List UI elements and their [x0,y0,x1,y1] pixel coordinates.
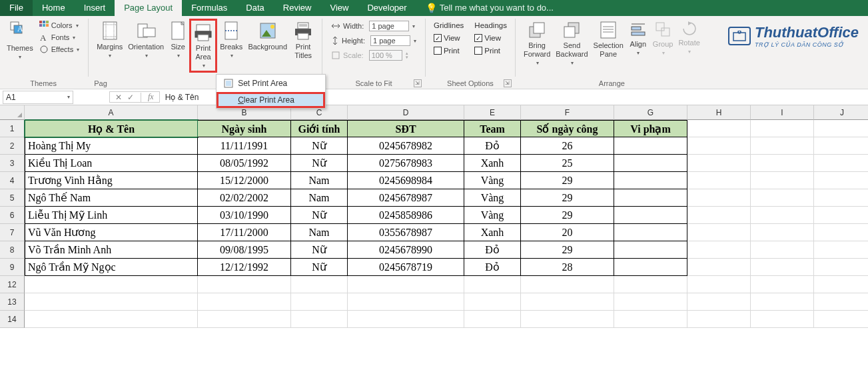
background-button[interactable]: Background [245,19,290,53]
cell[interactable] [751,172,814,189]
cell[interactable] [614,224,687,241]
cell[interactable] [687,241,751,259]
tell-me-search[interactable]: 💡Tell me what you want to do... [416,0,563,16]
cell[interactable] [687,155,751,172]
cell[interactable]: 0245678987 [348,189,464,207]
row-header-9[interactable]: 9 [0,259,25,276]
cell[interactable] [291,293,348,311]
cell[interactable]: 08/05/1992 [198,155,291,172]
cell[interactable] [614,259,687,276]
cell[interactable] [751,207,814,224]
cell[interactable] [751,276,814,293]
cell[interactable] [751,259,814,276]
bring-forward-button[interactable]: Bring Forward▾ [521,19,553,69]
scale-dialog-launcher[interactable]: ⇲ [414,79,422,87]
cell[interactable]: 09/08/1995 [198,241,291,259]
column-header-F[interactable]: F [521,105,614,120]
column-header-A[interactable]: A [25,105,198,120]
cell[interactable]: 28 [521,259,614,276]
row-header-7[interactable]: 7 [0,224,25,241]
size-button[interactable]: Size▾ [167,19,189,61]
column-header-G[interactable]: G [614,105,687,120]
cell[interactable] [751,189,814,207]
row-header-13[interactable]: 13 [0,293,25,311]
row-header-4[interactable]: 4 [0,172,25,189]
cell[interactable]: Ngô Trần Mỹ Ngọc [25,259,198,276]
cell[interactable]: 02/02/2002 [198,189,291,207]
row-header-12[interactable]: 12 [0,276,25,293]
row-header-8[interactable]: 8 [0,241,25,259]
cell[interactable] [614,207,687,224]
cell[interactable]: 0245678719 [348,259,464,276]
menu-set-print-area[interactable]: Set Print Area [217,75,325,92]
cell[interactable]: 03/10/1990 [198,207,291,224]
cell[interactable]: Liễu Thị Mỹ Linh [25,207,198,224]
cell[interactable] [348,276,464,293]
height-value[interactable]: 1 page [370,35,410,46]
cell[interactable] [687,207,751,224]
tab-developer[interactable]: Developer [358,0,416,16]
headings-view-checkbox[interactable]: ✓View [473,33,508,43]
align-button[interactable]: Align▾ [626,19,650,59]
column-header-I[interactable]: I [751,105,814,120]
cell[interactable]: Team [464,120,521,137]
effects-button[interactable]: Effects▾ [37,44,81,55]
cell[interactable]: Nữ [291,155,348,172]
cell[interactable] [521,311,614,328]
cell[interactable]: Đỏ [464,259,521,276]
cell[interactable]: Vi phạm [614,120,687,137]
cell[interactable]: 20 [521,224,614,241]
cell[interactable]: 0245858986 [348,207,464,224]
cell[interactable]: Vàng [464,189,521,207]
cell[interactable] [198,276,291,293]
breaks-button[interactable]: Breaks▾ [217,19,245,61]
cell[interactable]: 12/12/1992 [198,259,291,276]
cell[interactable]: 17/11/2000 [198,224,291,241]
cell[interactable] [291,276,348,293]
cell[interactable] [751,293,814,311]
send-backward-button[interactable]: Send Backward▾ [553,19,590,69]
cell[interactable]: 29 [521,172,614,189]
cell[interactable] [464,293,521,311]
tab-formulas[interactable]: Formulas [182,0,236,16]
cell[interactable]: Giới tính [291,120,348,137]
cell[interactable] [614,155,687,172]
headings-print-checkbox[interactable]: Print [473,45,508,56]
cell[interactable] [614,172,687,189]
sheet-options-dialog-launcher[interactable]: ⇲ [504,79,512,87]
cell[interactable]: Vàng [464,172,521,189]
cell[interactable]: Vũ Văn Hương [25,224,198,241]
cell[interactable]: 0355678987 [348,224,464,241]
cell[interactable]: Xanh [464,224,521,241]
cell[interactable] [25,311,198,328]
cell[interactable]: Nam [291,189,348,207]
cell[interactable] [814,224,868,241]
cell[interactable] [814,172,868,189]
cell[interactable] [751,311,814,328]
cell[interactable]: Ngày sinh [198,120,291,137]
cell[interactable]: Ngô Thế Nam [25,189,198,207]
menu-clear-print-area[interactable]: Clear Print Area [217,92,325,108]
cell[interactable] [25,293,198,311]
row-header-6[interactable]: 6 [0,207,25,224]
tab-view[interactable]: View [320,0,358,16]
cell[interactable] [291,311,348,328]
cell[interactable] [198,311,291,328]
column-header-D[interactable]: D [348,105,464,120]
column-header-H[interactable]: H [687,105,751,120]
cell[interactable] [814,276,868,293]
scale-height[interactable]: Height:1 page▾ [329,35,418,47]
cell[interactable]: Trương Vinh Hằng [25,172,198,189]
cell[interactable] [751,137,814,155]
cell[interactable] [464,276,521,293]
cell[interactable]: Vàng [464,207,521,224]
row-header-3[interactable]: 3 [0,155,25,172]
select-all-corner[interactable] [0,105,25,120]
cell[interactable]: 25 [521,155,614,172]
scale-width[interactable]: Width:1 page▾ [329,20,418,32]
orientation-button[interactable]: Orientation▾ [125,19,167,61]
cell[interactable] [751,224,814,241]
cell[interactable] [687,293,751,311]
cell[interactable] [687,276,751,293]
cell[interactable] [348,311,464,328]
